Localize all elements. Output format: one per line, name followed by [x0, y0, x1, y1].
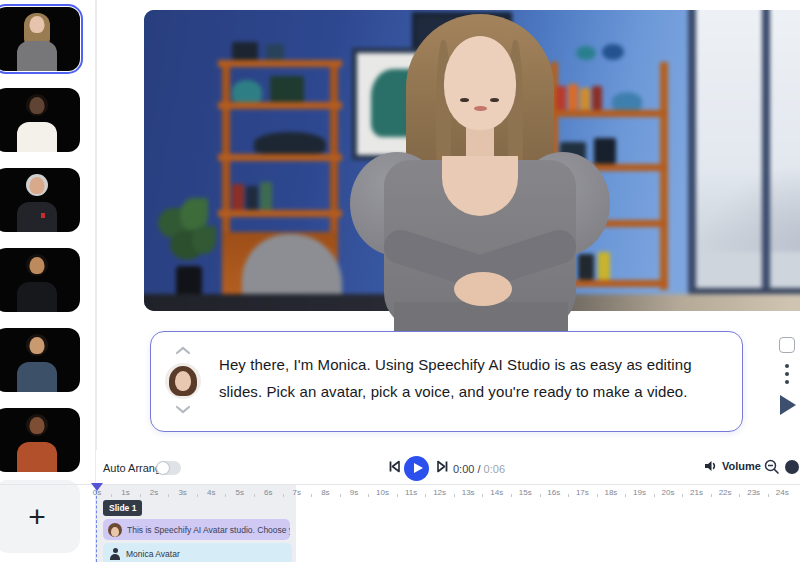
book [592, 86, 602, 110]
ruler-mid-tick [225, 494, 226, 497]
kebab-menu-icon[interactable] [785, 372, 789, 376]
shelf-object [576, 46, 596, 60]
thumb-body [17, 202, 57, 232]
window-frame-bar [688, 10, 696, 311]
volume-control[interactable]: Volume [704, 460, 761, 472]
playhead-line [96, 491, 97, 562]
kebab-menu-icon[interactable] [785, 364, 789, 368]
ruler-tick: 20s [662, 488, 675, 497]
ruler-mid-tick [397, 494, 398, 497]
avatar-thumbnail-woman-rust-top[interactable] [0, 408, 80, 472]
book [260, 182, 272, 210]
ruler-mid-tick [768, 494, 769, 497]
ruler-tick: 24s [776, 488, 789, 497]
ruler-mid-tick [340, 494, 341, 497]
avatar-thumbnail-older-man-suit[interactable] [0, 168, 80, 232]
track-avatar-thumb-icon [108, 523, 122, 537]
avatar-thumbnail-man-navy-shirt[interactable] [0, 328, 80, 392]
ruler-mid-tick [482, 494, 483, 497]
ruler-mid-tick [711, 494, 712, 497]
ruler-mid-tick [597, 494, 598, 497]
voice-avatar-face [175, 371, 191, 391]
thumb-body [17, 122, 57, 152]
chevron-up-icon[interactable] [175, 346, 191, 355]
track-avatar[interactable]: Monica Avatar [103, 543, 292, 562]
chevron-down-icon[interactable] [175, 405, 191, 414]
kebab-menu-icon[interactable] [785, 380, 789, 384]
thumb-body [17, 282, 57, 312]
slide-select-checkbox[interactable] [779, 337, 795, 353]
ruler-tick: 11s [405, 488, 417, 497]
avatar-thumbnail-monica-selected[interactable] [0, 7, 80, 71]
ruler-mid-tick [425, 494, 426, 497]
timeline-toolbar: Auto Arrange 0:00 / 0:06 Volume [96, 450, 800, 484]
skip-to-end-button[interactable] [436, 460, 449, 473]
ruler-tick: 22s [719, 488, 732, 497]
avatar-thumbnail-man-white-shirt[interactable] [0, 88, 80, 152]
thumb-body [17, 442, 57, 472]
ruler-tick: 19s [633, 488, 646, 497]
shelf-board [546, 110, 668, 117]
track-avatar-label: Monica Avatar [126, 549, 180, 559]
window [692, 10, 800, 302]
ruler-mid-tick [654, 494, 655, 497]
ruler-tick: 3s [178, 488, 186, 497]
ruler-tick: 14s [490, 488, 503, 497]
ruler-mid-tick [168, 494, 169, 497]
script-block-card[interactable]: Hey there, I'm Monica. Using Speechify A… [150, 331, 743, 432]
ruler-tick: 4s [207, 488, 215, 497]
volume-icon [704, 460, 717, 472]
ruler-tick: 1s [121, 488, 129, 497]
time-total: 0:06 [484, 463, 505, 475]
ruler-tick: 12s [433, 488, 446, 497]
ruler-tick: 8s [321, 488, 329, 497]
lamp [254, 132, 326, 154]
ruler-mid-tick [140, 494, 141, 497]
timeline-ruler[interactable]: 0s1s2s3s4s5s6s7s8s9s10s11s12s13s14s15s16… [0, 484, 800, 499]
shelf-post [660, 62, 668, 290]
slide-badge[interactable]: Slide 1 [103, 500, 142, 516]
ruler-tick: 2s [150, 488, 158, 497]
shelf-board [218, 154, 342, 161]
teal-bowl [612, 92, 642, 110]
shelf-object [266, 44, 284, 60]
shelf-post [330, 62, 338, 234]
zoom-out-icon[interactable] [764, 459, 780, 479]
auto-arrange-toggle[interactable] [156, 461, 181, 475]
shelf-object [602, 44, 624, 60]
video-preview[interactable] [144, 10, 800, 311]
thumb-body [17, 41, 57, 71]
thumb-face [30, 417, 45, 434]
slide-play-button[interactable] [780, 395, 796, 415]
avatar-thumbnail-man-black-shirt[interactable] [0, 248, 80, 312]
skip-to-start-button[interactable] [388, 460, 401, 473]
play-button[interactable] [404, 456, 429, 481]
book [598, 252, 610, 280]
ruler-mid-tick [511, 494, 512, 497]
book [246, 186, 258, 210]
ruler-tick: 7s [293, 488, 301, 497]
book [568, 84, 578, 110]
ruler-tick: 21s [690, 488, 703, 497]
script-voice-avatar[interactable] [165, 363, 201, 399]
track-script[interactable]: This is Speechify AI Avatar studio. Choo… [103, 519, 290, 540]
plant-leaf [192, 226, 216, 254]
book [232, 184, 244, 210]
ruler-tick: 6s [264, 488, 272, 497]
script-text[interactable]: Hey there, I'm Monica. Using Speechify A… [219, 351, 729, 405]
ruler-tick: 18s [604, 488, 617, 497]
thumb-accent [41, 213, 45, 218]
person-icon [109, 548, 121, 560]
floor [144, 294, 800, 311]
shelf-board [546, 220, 668, 227]
time-separator: / [474, 463, 483, 475]
shelf-object [560, 142, 586, 164]
window-skyline [696, 162, 800, 252]
time-current: 0:00 [453, 463, 474, 475]
ruler-mid-tick [283, 494, 284, 497]
ruler-mid-tick [540, 494, 541, 497]
timeline-zoom-slider[interactable] [785, 460, 799, 474]
time-display: 0:00 / 0:06 [453, 463, 505, 475]
playhead-marker[interactable] [91, 483, 103, 491]
shelf-board [218, 210, 342, 217]
